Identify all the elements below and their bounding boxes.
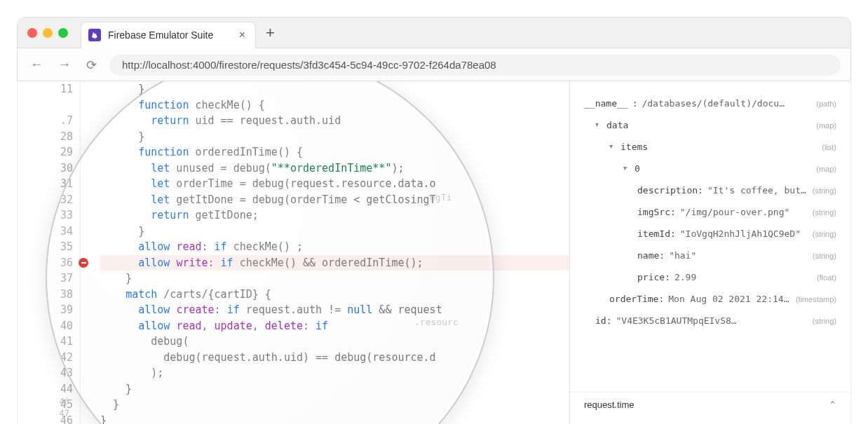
code-line[interactable]: } [100,129,569,145]
code-line[interactable]: ); [100,365,569,381]
code-line[interactable]: debug( [100,334,569,350]
close-window-button[interactable] [27,28,37,38]
tree-toggle-icon[interactable]: ▾ [609,142,616,150]
code-line[interactable]: return uid == request.auth.uid [100,113,569,129]
detail-key: 0 [635,163,640,174]
detail-type: (list) [822,143,836,151]
gutter-line [18,97,73,114]
detail-row: name: "hai"(string) [584,245,836,266]
code-line[interactable]: match /carts/{cartID} { [100,287,569,303]
url-text: http://localhost:4000/firestore/requests… [122,59,496,71]
detail-key: orderTime: [609,294,664,304]
gutter-line: 31 [18,176,73,192]
rules-editor: 11.7282930313233343536373839404142434445… [18,81,570,424]
code-line[interactable]: return getItDone; [100,207,569,224]
line-gutter: 11.7282930313233343536373839404142434445… [18,81,81,424]
code-line[interactable]: function checkMe() { [100,97,569,114]
detail-type: (float) [817,273,836,282]
code-line[interactable]: let orderTime = debug(request.resource.d… [100,176,569,192]
gutter-line: .7 [18,113,73,129]
detail-val: /databases/(default)/documents/orde… [642,98,789,109]
forward-button[interactable]: → [55,56,74,74]
detail-val: "IoVgqH2nhJljAh1QC9eD" [680,228,801,239]
gutter-line: 28 [18,129,73,145]
url-bar[interactable]: http://localhost:4000/firestore/requests… [109,55,841,76]
request-details-panel: __name__: /databases/(default)/documents… [570,81,850,424]
detail-row[interactable]: ▾0(map) [584,158,836,179]
browser-tab[interactable]: Firebase Emulator Suite × [81,22,256,48]
detail-val: Mon Aug 02 2021 22:14:46 GM… [668,294,792,304]
detail-key: imgSrc: [637,207,676,217]
code-line[interactable]: let unused = debug("**orderedInTime**"); [100,160,569,177]
detail-row[interactable]: ▾items(list) [584,136,836,158]
tree-toggle-icon[interactable]: ▾ [623,164,630,172]
gutter-line: 47 [18,408,69,420]
gutter-line: 44 [18,381,73,397]
firebase-favicon-icon [88,29,101,41]
detail-type: (string) [813,230,836,238]
detail-row: orderTime: Mon Aug 02 2021 22:14:46 GM…(… [584,288,836,310]
gutter-line: 37 [18,271,73,287]
code-line[interactable]: allow create: if request.auth != null &&… [100,302,569,318]
detail-val: "/img/pour-over.png" [680,207,790,217]
detail-type: (map) [816,165,836,173]
code-line[interactable]: allow read, update, delete: if [100,318,569,334]
background-code-fragment: ngTi [430,192,452,203]
detail-key: itemId: [637,228,676,239]
code-line[interactable]: } [100,413,569,425]
detail-type: (map) [816,121,836,130]
request-time-row[interactable]: request.time ⌃ [570,392,850,417]
detail-type: (string) [813,208,836,217]
gutter-line: 39 [18,302,73,318]
detail-row[interactable]: ▾data(map) [584,114,836,136]
error-badge-icon[interactable] [79,258,88,268]
detail-row: price: 2.99(float) [584,266,836,288]
detail-row: imgSrc: "/img/pour-over.png"(string) [584,201,836,223]
gutter-line: 36 [18,255,73,271]
code-line[interactable]: } [100,224,569,240]
code-line[interactable]: allow write: if checkMe() && orderedInTi… [100,255,569,271]
detail-type: (path) [816,100,836,108]
detail-type: (string) [813,317,836,325]
reload-button[interactable]: ⟳ [83,56,100,74]
back-button[interactable]: ← [27,56,46,74]
code-line[interactable]: } [100,397,569,413]
gutter-line: 29 [18,144,73,160]
detail-key: description: [637,185,703,196]
detail-type: (string) [813,252,836,260]
code-body[interactable]: } function checkMe() { return uid == req… [81,81,569,424]
detail-row: itemId: "IoVgqH2nhJljAh1QC9eD"(string) [584,223,836,245]
detail-key: items [621,142,648,152]
detail-val: "V4E3K5cB1AUTMpqEIvS8ni5opKVS" [616,315,742,326]
detail-key: data [606,120,628,130]
detail-row: id: "V4E3K5cB1AUTMpqEIvS8ni5opKVS"(strin… [584,310,836,331]
close-tab-icon[interactable]: × [236,27,248,43]
gutter-line: 38 [18,287,73,303]
code-line[interactable]: } [100,81,569,97]
expand-icon: ⌃ [829,399,836,410]
code-line[interactable]: let getItDone = debug(orderTime < getClo… [100,192,569,208]
traffic-lights [27,28,68,38]
detail-key: id: [595,315,611,326]
detail-key: price: [637,272,670,282]
new-tab-button[interactable]: + [256,24,285,42]
tree-toggle-icon[interactable]: ▾ [595,121,602,128]
gutter-line: 4ô [18,396,69,408]
code-line[interactable]: } [100,271,569,287]
gutter-line: 34 [18,224,73,240]
detail-key: __name__ [584,98,628,109]
gutter-line: 41 [18,334,73,350]
detail-type: (timestamp) [796,295,836,303]
browser-chrome: Firebase Emulator Suite × + ← → ⟳ http:/… [17,17,851,81]
code-line[interactable]: } [100,381,569,397]
code-line[interactable]: debug(request.auth.uid) == debug(resourc… [100,350,569,366]
code-line[interactable]: allow read: if checkMe() ; [100,239,569,255]
minimize-window-button[interactable] [43,28,53,38]
code-line[interactable]: function orderedInTime() { [100,144,569,160]
gutter-line: 32 [18,192,73,208]
gutter-line: 33 [18,207,73,224]
gutter-line: 35 [18,239,73,255]
maximize-window-button[interactable] [58,28,68,38]
address-row: ← → ⟳ http://localhost:4000/firestore/re… [18,48,850,81]
background-code-fragment: .resourc [414,317,459,327]
